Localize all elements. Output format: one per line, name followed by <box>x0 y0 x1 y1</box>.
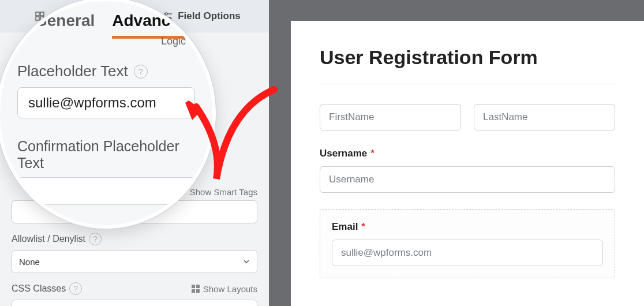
name-row <box>320 104 615 130</box>
confirmation-placeholder-input[interactable] <box>12 200 257 223</box>
svg-point-5 <box>165 13 167 15</box>
tab-add-fields-label: Add Fields <box>50 10 100 22</box>
help-icon[interactable]: ? <box>69 282 82 295</box>
tab-field-options-label: Field Options <box>178 10 241 22</box>
sidebar-tabs: Add Fields Field Options <box>0 0 269 32</box>
first-name-input[interactable] <box>320 104 461 130</box>
username-input[interactable] <box>320 166 615 193</box>
chevron-right-icon: › <box>184 187 186 197</box>
preview-area: User Registration Form Username * Email … <box>269 0 644 306</box>
grid-icon <box>35 11 45 21</box>
email-label: Email <box>332 221 358 233</box>
css-classes-label: CSS Classes <box>12 283 66 294</box>
sidebar: Add Fields Field Options ‹ › Show Smart … <box>0 0 269 306</box>
svg-rect-2 <box>36 17 39 20</box>
chevron-left-icon: ‹ <box>177 187 180 197</box>
svg-rect-0 <box>36 12 39 16</box>
tab-field-options[interactable]: Field Options <box>134 0 269 32</box>
show-layouts-label: Show Layouts <box>203 284 257 294</box>
svg-point-7 <box>169 17 171 20</box>
show-layouts-link[interactable]: Show Layouts <box>192 284 257 294</box>
allowlist-select[interactable]: None <box>12 250 257 273</box>
form-title: User Registration Form <box>320 46 615 84</box>
svg-rect-3 <box>40 17 44 20</box>
show-smart-tags-label: Show Smart Tags <box>190 187 257 197</box>
preview-card: User Registration Form Username * Email … <box>291 21 644 306</box>
help-icon[interactable]: ? <box>89 233 102 245</box>
required-asterisk: * <box>370 148 375 159</box>
tab-add-fields[interactable]: Add Fields <box>0 0 134 32</box>
layout-grid-icon <box>192 285 200 293</box>
username-block: Username * <box>320 148 615 193</box>
username-label: Username <box>320 148 367 159</box>
allowlist-value: None <box>19 257 40 267</box>
last-name-input[interactable] <box>474 104 615 130</box>
svg-rect-1 <box>40 12 44 16</box>
allowlist-label: Allowlist / Denylist <box>12 234 85 244</box>
show-smart-tags-link[interactable]: ‹ › Show Smart Tags <box>12 182 257 200</box>
allowlist-label-row: Allowlist / Denylist ? <box>12 223 257 250</box>
css-classes-input[interactable] <box>12 300 257 306</box>
email-block[interactable]: Email * <box>320 209 615 278</box>
css-classes-row: CSS Classes ? Show Layouts <box>12 273 257 300</box>
sliders-icon <box>163 11 173 21</box>
chevron-down-icon <box>243 257 250 267</box>
email-input[interactable] <box>332 240 603 266</box>
required-asterisk: * <box>361 221 365 233</box>
